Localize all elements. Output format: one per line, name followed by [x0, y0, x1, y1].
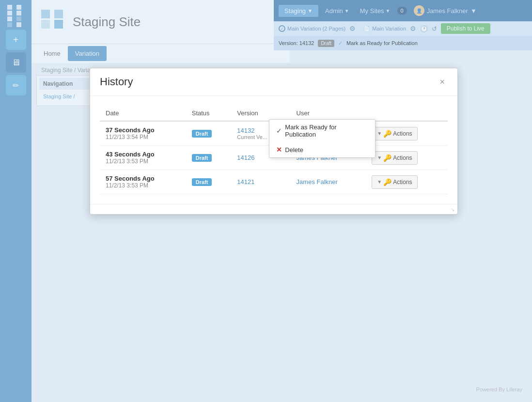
actions-button-2[interactable]: ▼ 🔑 Actions: [372, 151, 417, 165]
actions-arrow-icon-1: ▼: [377, 131, 382, 136]
actions-arrow-icon-3: ▼: [377, 179, 382, 185]
col-actions: [366, 106, 448, 121]
date-secondary-2: 11/2/13 3:53 PM: [106, 158, 180, 165]
actions-key-icon-2: 🔑: [383, 154, 391, 162]
history-table: Date Status Version User 37 Seconds Ago …: [100, 106, 448, 194]
status-badge-3: Draft: [192, 178, 212, 186]
checkmark-icon: ✓: [276, 127, 282, 135]
modal-footer: [90, 204, 457, 214]
resize-handle[interactable]: ↘: [451, 207, 456, 213]
date-primary-3: 57 Seconds Ago: [106, 175, 180, 182]
version-link-1[interactable]: 14132: [237, 127, 254, 134]
user-link-3[interactable]: James Falkner: [297, 178, 338, 186]
actions-dropdown-1: ✓ Mark as Ready for Publication ✕ Delete: [269, 119, 376, 158]
delete-item[interactable]: ✕ Delete: [269, 142, 375, 157]
actions-label-1: Actions: [393, 130, 412, 137]
modal-body: Date Status Version User 37 Seconds Ago …: [90, 96, 457, 204]
version-link-2[interactable]: 14126: [237, 154, 254, 161]
actions-arrow-icon-2: ▼: [377, 155, 382, 160]
date-primary-1: 37 Seconds Ago: [106, 126, 180, 134]
mark-ready-item[interactable]: ✓ Mark as Ready for Publication: [269, 120, 375, 142]
date-primary-2: 43 Seconds Ago: [106, 151, 180, 158]
status-badge-2: Draft: [192, 154, 212, 162]
actions-label-3: Actions: [393, 179, 412, 186]
col-date: Date: [100, 106, 186, 121]
actions-key-icon-3: 🔑: [383, 178, 391, 186]
modal-header: History ×: [90, 68, 457, 96]
status-badge-1: Draft: [192, 130, 212, 138]
table-row: 37 Seconds Ago 11/2/13 3:54 PM Draft 141…: [100, 121, 448, 146]
modal-title: History: [100, 76, 133, 88]
col-status: Status: [186, 106, 232, 121]
delete-x-icon: ✕: [276, 146, 282, 154]
actions-label-2: Actions: [393, 155, 412, 161]
date-secondary-1: 11/2/13 3:54 PM: [106, 134, 180, 140]
modal-close-button[interactable]: ×: [437, 76, 448, 88]
history-modal: History × Date Status Version User 37 Se…: [90, 68, 458, 215]
date-secondary-3: 11/2/13 3:53 PM: [106, 182, 180, 189]
table-row: 57 Seconds Ago 11/2/13 3:53 PM Draft 141…: [100, 170, 448, 194]
version-link-3[interactable]: 14121: [237, 178, 254, 186]
actions-button-3[interactable]: ▼ 🔑 Actions: [372, 175, 417, 189]
actions-button-1[interactable]: ▼ 🔑 Actions: [372, 127, 417, 140]
actions-key-icon-1: 🔑: [383, 130, 391, 138]
